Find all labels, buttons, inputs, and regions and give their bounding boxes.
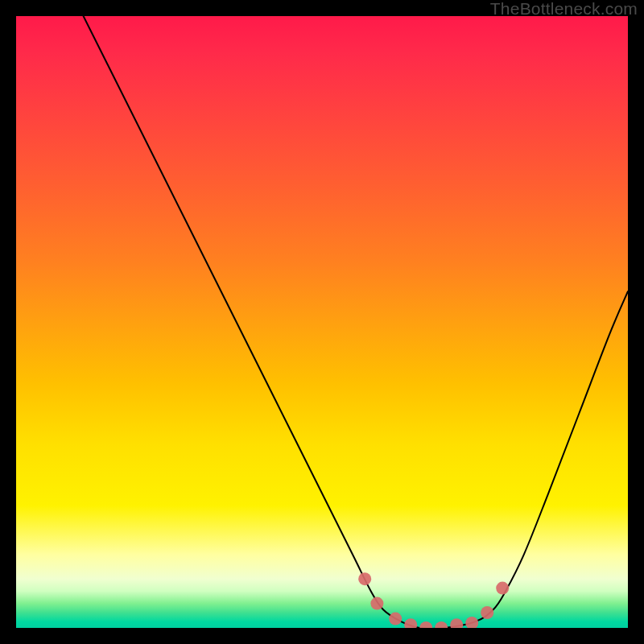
bottleneck-curve xyxy=(84,16,628,628)
highlight-dot xyxy=(450,618,463,628)
highlight-dot xyxy=(358,572,371,585)
highlight-dots xyxy=(358,572,509,628)
highlight-dot xyxy=(435,621,448,628)
attribution-text: TheBottleneck.com xyxy=(490,0,638,18)
highlight-dot xyxy=(481,606,493,619)
chart-plot-area xyxy=(16,16,628,628)
highlight-dot xyxy=(404,618,417,628)
highlight-dot xyxy=(465,617,478,628)
highlight-dot xyxy=(389,613,402,625)
chart-svg xyxy=(16,16,628,628)
highlight-dot xyxy=(419,621,432,628)
chart-frame: TheBottleneck.com xyxy=(0,0,644,644)
highlight-dot xyxy=(496,582,509,595)
highlight-dot xyxy=(370,597,383,610)
